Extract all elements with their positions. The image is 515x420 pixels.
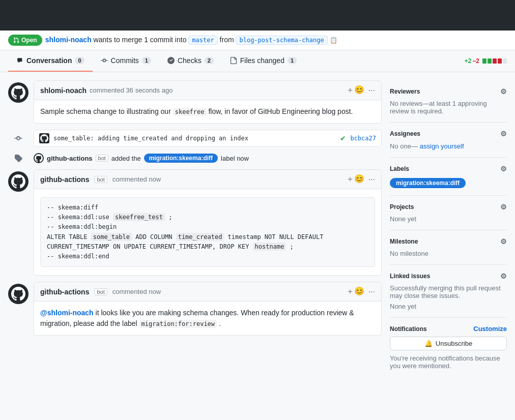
reviewers-value: No reviews—at least 1 approving review i… [390,100,507,115]
comment-time-2: commented now [112,175,161,183]
tab-commits-count: 1 [142,57,151,64]
sidebar-section-projects: Projects ⚙ None yet [390,196,507,230]
labels-header: Labels ⚙ [390,165,507,173]
comment-avatar-col-1 [8,80,28,103]
tab-files-label: Files changed [240,56,284,65]
tab-files-changed[interactable]: Files changed 1 [222,50,305,72]
label-row-wrapper: github-actions bot added the migration:s… [8,153,382,163]
commit-icon-col [8,134,28,142]
github-actions-avatar-label [34,153,44,163]
label-icon-col [8,154,28,162]
comment-author-1: shlomi-noach [40,86,87,95]
diff-block-1 [482,58,487,64]
code-migration-for-review: migration:for:review [139,320,217,328]
projects-gear-icon[interactable]: ⚙ [500,203,507,211]
commit-row-wrapper: some_table: adding time_created and drop… [8,130,382,147]
copy-branch-icon[interactable]: 📋 [330,37,337,44]
sidebar-section-labels: Labels ⚙ migration:skeema:diff [390,158,507,196]
commit-avatar [39,133,49,143]
comment-header-3: github-actions bot commented now ＋😊 ··· [34,282,381,302]
assignees-none-text: No one— [390,142,418,150]
notifications-label: Notifications [390,325,427,333]
linked-issues-description: Successfully merging this pull request m… [390,284,507,299]
customize-link[interactable]: Customize [473,325,507,333]
bell-icon: 🔔 [424,340,433,347]
comment-actions-2: ＋😊 ··· [346,174,375,185]
notifications-header: Notifications Customize [390,325,507,333]
tab-commits[interactable]: Commits 1 [93,50,159,72]
diff-stat: +2 −2 [465,57,507,65]
open-badge: Open [8,35,42,46]
reviewers-label: Reviewers [390,88,420,95]
projects-value: None yet [390,215,507,223]
tabs-bar: Conversation 0 Commits 1 Checks 2 Files … [0,50,515,72]
reviewers-gear-icon[interactable]: ⚙ [500,87,507,96]
tab-conversation-label: Conversation [26,56,72,65]
commit-hash[interactable]: bcbca27 [350,135,376,142]
sidebar-section-assignees: Assignees ⚙ No one— assign yourself [390,123,507,158]
sidebar: Reviewers ⚙ No reviews—at least 1 approv… [390,80,507,377]
diff-additions: +2 [465,57,472,65]
labels-label: Labels [390,165,409,172]
pr-author-link[interactable]: shlomi-noach [45,36,92,44]
more-options-icon[interactable]: ··· [368,86,375,95]
linked-issues-gear-icon[interactable]: ⚙ [500,272,507,280]
comment-body-2: -- skeema:diff -- skeema:ddl:use skeefre… [34,189,381,275]
labels-gear-icon[interactable]: ⚙ [500,165,507,173]
comment-author-3: github-actions [40,288,89,296]
comment-header-2: github-actions bot commented now ＋😊 ··· [34,170,381,189]
pr-header-text: shlomi-noach wants to merge 1 commit int… [45,36,337,45]
linked-issues-value: None yet [390,303,507,310]
label-row: github-actions bot added the migration:s… [34,153,382,163]
add-reaction-icon[interactable]: ＋😊 [346,85,364,96]
pr-from-text: from [220,36,234,44]
tab-conversation[interactable]: Conversation 0 [8,50,93,72]
assignees-gear-icon[interactable]: ⚙ [500,130,507,138]
label-bot-badge: bot [96,155,108,162]
diff-block-4 [498,58,502,64]
timeline: shlomi-noach commented 36 seconds ago ＋😊… [8,80,382,377]
comment-actions-3: ＋😊 ··· [346,286,375,297]
comment-body-1: Sample schema change to illustrating our… [34,100,381,123]
bot-badge-2: bot [94,176,107,183]
assignees-label: Assignees [390,130,420,137]
more-options-icon-3[interactable]: ··· [368,287,375,296]
projects-header: Projects ⚙ [390,203,507,211]
comment-actions-1: ＋😊 ··· [346,85,375,96]
tab-conversation-count: 0 [75,57,84,64]
assign-yourself-link[interactable]: assign yourself [420,142,464,150]
assignees-value: No one— assign yourself [390,142,507,150]
milestone-gear-icon[interactable]: ⚙ [500,237,507,246]
sidebar-section-linked-issues: Linked issues ⚙ Successfully merging thi… [390,265,507,318]
label-action-text: added the [111,155,141,162]
code-block-1: -- skeema:diff -- skeema:ddl:use skeefre… [40,197,375,267]
code-line-3: -- skeema:ddl:begin [47,222,368,232]
projects-label: Projects [390,203,414,211]
comment-card-2: github-actions bot commented now ＋😊 ··· … [34,169,382,276]
more-options-icon-2[interactable]: ··· [368,175,375,184]
milestone-header: Milestone ⚙ [390,237,507,246]
pr-action-text: wants to merge 1 commit into [94,36,187,44]
code-hostname: hostname [253,243,287,251]
comment-header-1: shlomi-noach commented 36 seconds ago ＋😊… [34,81,381,100]
source-branch-tag[interactable]: blog-post-schema-change [236,36,327,45]
assignees-header: Assignees ⚙ [390,130,507,138]
add-reaction-icon-2[interactable]: ＋😊 [346,174,364,185]
labels-pill: migration:skeema:diff [390,178,466,188]
comment-wrapper-2: github-actions bot commented now ＋😊 ··· … [8,169,382,276]
milestone-label: Milestone [390,238,418,245]
code-skeefree: skeefree [173,108,207,116]
add-reaction-icon-3[interactable]: ＋😊 [346,286,364,297]
target-branch-tag[interactable]: master [188,36,217,45]
comment-avatar-col-2 [8,169,28,192]
comment-avatar-col-3 [8,282,28,304]
tab-checks[interactable]: Checks 2 [159,50,222,72]
diff-block-2 [488,58,492,64]
top-navigation-bar [0,0,515,31]
code-skeefree-test: skeefree_test [113,213,165,221]
avatar-shlomi [8,82,28,103]
unsubscribe-button[interactable]: 🔔 Unsubscribe [390,337,507,350]
mention-author: @shlomi-noach [40,309,94,317]
sidebar-section-milestone: Milestone ⚙ No milestone [390,230,507,265]
commit-check-icon: ✔ [340,134,346,142]
